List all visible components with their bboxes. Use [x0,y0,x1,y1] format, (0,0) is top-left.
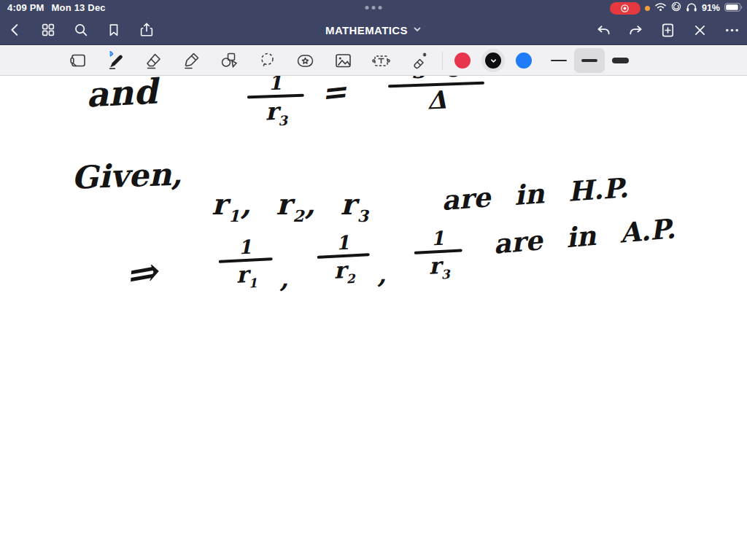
text-box-icon[interactable] [371,51,391,71]
image-icon[interactable] [333,51,353,71]
lasso-icon[interactable] [258,51,277,71]
handwriting-sequence-r1-r2-r3: r1, r2, r3 [212,187,370,225]
fraction-denominator: Δ [385,86,488,114]
paper-icon[interactable] [68,51,88,71]
handwriting-equals: = [320,76,349,112]
status-bar: 4:09 PM Mon 13 Dec 91% [0,0,747,15]
fraction-denominator: r3 [243,98,309,128]
top-bar: 4:09 PM Mon 13 Dec 91% [0,0,747,45]
notes-app: 4:09 PM Mon 13 Dec 91% [0,0,747,560]
handwriting-fraction-1-over-r2: 1 r2 [314,232,374,287]
share-icon[interactable] [137,20,156,39]
handwriting-fraction-1-over-r1: 1 r1 [214,236,277,292]
thickness-thick[interactable] [605,48,635,73]
handwriting-fraction-1-over-r3: 1 r3 [410,228,467,282]
handwriting-are-in-hp: are in H.P. [441,171,630,217]
toolbar-divider [442,51,443,70]
thickness-thin[interactable] [543,48,574,73]
back-chevron-icon[interactable] [6,20,25,39]
navigation-bar: MATHEMATICS [0,15,747,44]
thickness-medium-selected[interactable] [574,48,605,73]
bookmark-icon[interactable] [104,20,123,39]
more-icon[interactable] [722,20,741,39]
handwriting-given: Given, [71,155,182,195]
undo-icon[interactable] [594,20,613,39]
handwriting-implies-arrow: ⇒ [122,249,161,298]
recording-indicator-icon[interactable] [610,2,640,15]
page-title: MATHEMATICS [325,24,408,36]
clock-time: 4:09 PM [7,2,44,13]
fraction-numerator: 1 [242,76,309,94]
magic-wand-icon[interactable] [409,51,429,71]
add-page-icon[interactable] [658,20,677,39]
grid-icon[interactable] [39,20,58,39]
handwriting-comma: , [378,260,387,289]
color-red[interactable] [447,52,478,69]
rotation-lock-icon [671,1,681,15]
handwriting-fraction-smc-over-delta: s−c Δ [384,76,489,114]
pen-tool-icon[interactable] [106,51,125,71]
shapes-icon[interactable] [220,51,239,71]
sticker-icon[interactable] [295,51,315,71]
highlighter-icon[interactable] [182,51,201,71]
search-icon[interactable] [71,20,90,39]
battery-percent: 91% [702,3,720,13]
wifi-icon [654,1,667,15]
close-icon[interactable] [690,20,709,39]
note-canvas[interactable]: and 1 r3 = s−c Δ Given, r1, r2, r3 are i… [0,76,747,560]
handwriting-fraction-1-over-r3: 1 r3 [242,76,310,129]
color-blue[interactable] [508,52,539,69]
handwriting-and: and [85,76,158,115]
microphone-in-use-icon [645,6,650,11]
drawing-toolbar [0,46,747,76]
handwriting-comma: , [280,264,289,293]
chevron-down-icon [413,23,422,36]
multitask-handle-icon[interactable] [365,6,382,9]
redo-icon[interactable] [626,20,645,39]
clock-date: Mon 13 Dec [52,2,106,13]
battery-icon [724,1,743,15]
color-black-selected[interactable] [478,49,508,72]
eraser-icon[interactable] [144,51,163,71]
notebook-title-menu[interactable]: MATHEMATICS [325,15,422,44]
headphones-icon [686,1,697,15]
handwriting-are-in-ap: are in A.P. [492,212,677,260]
